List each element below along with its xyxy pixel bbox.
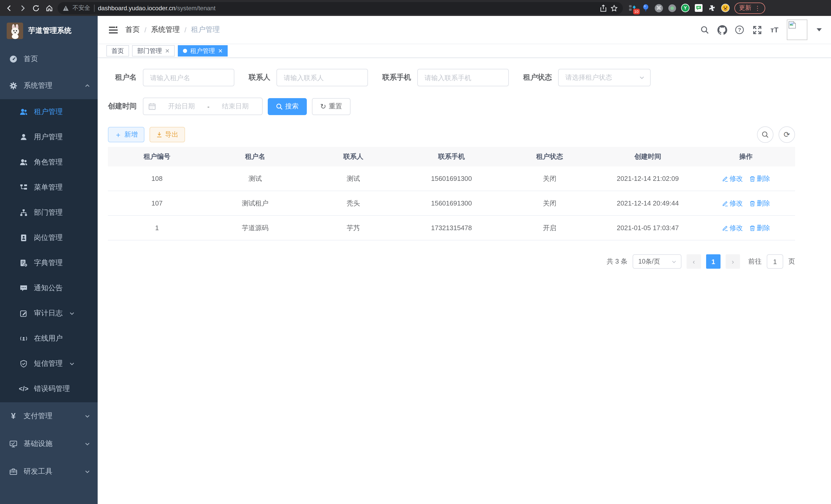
sidebar-item-label: 基础设施 <box>24 439 78 448</box>
sidebar-item-notice[interactable]: 通知公告 <box>0 275 98 301</box>
security-label[interactable]: 不安全 <box>73 4 90 12</box>
mobile-label: 联系手机 <box>382 73 417 82</box>
security-warning-icon[interactable] <box>63 5 69 11</box>
plus-icon: ＋ <box>115 131 122 138</box>
font-size-icon[interactable]: ᴛT <box>769 25 780 35</box>
table-row: 108 测试 测试 15601691300 关闭 2021-12-14 21:0… <box>108 167 795 191</box>
fullscreen-icon[interactable] <box>752 25 762 35</box>
sidebar-item-dict[interactable]: 字典管理 <box>0 250 98 275</box>
sidebar-item-sms[interactable]: 短信管理 <box>0 351 98 376</box>
status-select[interactable]: 请选择租户状态 <box>558 69 651 86</box>
bookmark-star-icon[interactable] <box>610 4 618 11</box>
sidebar-item-menu[interactable]: 菜单管理 <box>0 175 98 200</box>
sidebar-item-dev-tools[interactable]: 研发工具 <box>0 458 98 485</box>
show-search-button[interactable] <box>757 126 773 143</box>
extension-recorder-icon[interactable] <box>667 4 676 12</box>
help-icon[interactable]: ? <box>735 25 745 35</box>
sidebar-collapse-icon[interactable] <box>108 25 118 35</box>
goto-page-input[interactable] <box>767 254 783 269</box>
sidebar-item-system[interactable]: 系统管理 <box>0 72 98 99</box>
sidebar-item-home[interactable]: 首页 <box>0 46 98 72</box>
user-avatar[interactable] <box>787 20 807 40</box>
export-button[interactable]: 导出 <box>149 127 185 142</box>
refresh-button[interactable]: ⟳ <box>779 126 795 143</box>
address-bar[interactable]: 不安全 dashboard.yudao.iocoder.cn/system/te… <box>58 2 623 14</box>
roles-icon <box>20 158 28 166</box>
sidebar-item-error-code[interactable]: </> 错误码管理 <box>0 376 98 401</box>
sidebar-item-label: 部门管理 <box>34 208 63 217</box>
badge-icon <box>20 234 28 242</box>
table-header-row: 租户编号 租户名 联系人 联系手机 租户状态 创建时间 操作 <box>108 147 795 167</box>
edit-link[interactable]: 修改 <box>722 223 743 233</box>
tenant-created: 2021-12-14 20:49:44 <box>599 199 697 207</box>
extensions-puzzle-icon[interactable] <box>708 4 716 12</box>
delete-link[interactable]: 删除 <box>749 199 770 208</box>
share-icon[interactable] <box>600 4 607 11</box>
sidebar-item-dept[interactable]: 部门管理 <box>0 200 98 225</box>
sidebar-item-infra[interactable]: 基础设施 <box>0 430 98 458</box>
contact-input[interactable] <box>277 69 368 86</box>
delete-link[interactable]: 删除 <box>749 223 770 233</box>
table-toolbar: ＋ 新增 导出 ⟳ <box>108 126 795 143</box>
search-button[interactable]: 搜索 <box>268 98 307 115</box>
edit-link[interactable]: 修改 <box>722 199 743 208</box>
page-size-select[interactable]: 10条/页 <box>633 254 682 269</box>
sidebar-item-audit-log[interactable]: 审计日志 <box>0 301 98 326</box>
date-range-picker[interactable]: 开始日期 - 结束日期 <box>143 98 263 115</box>
close-icon[interactable]: ✕ <box>165 48 170 54</box>
sidebar-item-label: 角色管理 <box>34 157 63 167</box>
github-icon[interactable] <box>717 25 727 35</box>
tab-dept[interactable]: 部门管理✕ <box>132 45 175 57</box>
column-header: 联系手机 <box>402 152 500 161</box>
app-logo[interactable]: 芋道管理系统 <box>0 16 98 46</box>
extension-balloon-icon[interactable] <box>641 4 650 12</box>
sidebar-item-post[interactable]: 岗位管理 <box>0 225 98 250</box>
profile-avatar-icon[interactable] <box>721 4 730 12</box>
reset-button[interactable]: ↻ 重置 <box>312 98 350 115</box>
extension-badge: 10 <box>633 9 640 14</box>
tenant-name-input[interactable] <box>143 69 234 86</box>
filter-form-row-2: 创建时间 开始日期 - 结束日期 搜索 ↻ 重置 <box>108 98 821 115</box>
edit-link[interactable]: 修改 <box>722 174 743 183</box>
sidebar-item-role[interactable]: 角色管理 <box>0 149 98 175</box>
prev-page-button[interactable]: ‹ <box>687 254 701 269</box>
tab-tenant[interactable]: 租户管理✕ <box>178 45 228 57</box>
breadcrumb-home[interactable]: 首页 <box>125 25 140 34</box>
column-header: 操作 <box>697 152 795 161</box>
mobile-input[interactable] <box>417 69 509 86</box>
browser-reload-icon[interactable] <box>31 3 41 13</box>
avatar-dropdown-icon[interactable] <box>816 28 822 31</box>
browser-menu-icon[interactable]: ⋮ <box>754 4 761 11</box>
sidebar-item-tenant[interactable]: 租户管理 <box>0 99 98 124</box>
chevron-down-icon <box>84 441 90 447</box>
add-button[interactable]: ＋ 新增 <box>108 127 144 142</box>
extension-command-icon[interactable]: ⌘ <box>655 4 663 12</box>
tab-home[interactable]: 首页 <box>106 45 129 57</box>
search-icon[interactable] <box>699 25 710 35</box>
sidebar-item-pay[interactable]: ¥ 支付管理 <box>0 402 98 430</box>
page-url[interactable]: dashboard.yudao.iocoder.cn/system/tenant <box>98 4 216 11</box>
logo-image <box>7 23 23 39</box>
extension-chat-icon[interactable] <box>694 4 703 12</box>
page-number-button[interactable]: 1 <box>706 254 720 269</box>
calendar-icon <box>148 103 156 110</box>
sidebar-item-online-user[interactable]: 在线用户 <box>0 326 98 351</box>
sidebar-item-label: 首页 <box>24 55 90 64</box>
tenant-created: 2021-12-14 21:02:09 <box>599 175 697 182</box>
delete-link[interactable]: 删除 <box>749 174 770 183</box>
chevron-down-icon <box>69 360 75 366</box>
next-page-button[interactable]: › <box>726 254 740 269</box>
create-time-label: 创建时间 <box>108 102 143 111</box>
close-icon[interactable]: ✕ <box>218 48 223 54</box>
extension-y-icon[interactable]: Y <box>681 4 690 12</box>
breadcrumb-system[interactable]: 系统管理 <box>151 25 180 34</box>
sidebar-item-user[interactable]: 用户管理 <box>0 124 98 149</box>
browser-forward-icon[interactable] <box>18 3 28 13</box>
extension-tasks-icon[interactable]: 10 <box>628 4 637 12</box>
tenant-name: 测试租户 <box>206 199 304 208</box>
browser-update-button[interactable]: 更新 ⋮ <box>735 2 765 13</box>
browser-home-icon[interactable] <box>44 3 55 13</box>
tenant-name: 芋道源码 <box>206 223 304 233</box>
browser-back-icon[interactable] <box>4 3 15 13</box>
sidebar-item-label: 错误码管理 <box>34 384 70 393</box>
